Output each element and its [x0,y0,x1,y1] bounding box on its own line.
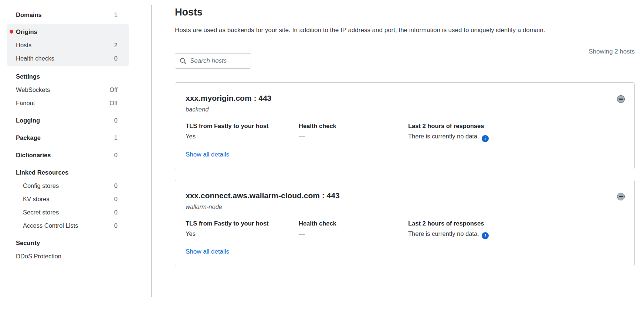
minus-icon [619,196,623,197]
sidebar-item-linked-resources[interactable]: Linked Resources [7,166,129,179]
page-description: Hosts are used as backends for your site… [175,25,562,35]
status-badge: Off [109,86,118,93]
host-card: xxx.myorigin.com : 443 backend TLS from … [175,82,635,169]
sidebar-item-hosts[interactable]: Hosts 2 [7,38,129,52]
sidebar-item-origins[interactable]: Origins [7,25,129,38]
host-title: xxx.connect.aws.wallarm-cloud.com : 443 [186,191,624,200]
count-badge: 1 [114,11,118,18]
count-badge: 1 [114,134,118,141]
main-content: Hosts Hosts are used as backends for you… [151,0,644,313]
toolbar: Showing 2 hosts [175,53,635,69]
host-subtitle: wallarm-node [186,203,624,210]
no-data-text: There is currently no data. [408,133,479,140]
count-badge: 0 [114,117,118,124]
health-check-column: Health check — [299,220,408,240]
host-title: xxx.myorigin.com : 443 [186,94,624,103]
sidebar-item-secret-stores[interactable]: Secret stores 0 [7,206,129,219]
tls-column: TLS from Fastly to your host Yes [186,220,299,240]
sidebar: Domains 1 Origins Hosts 2 Health checks … [0,0,151,263]
info-icon[interactable]: i [482,232,489,239]
health-check-column: Health check — [299,123,408,142]
responses-column: Last 2 hours of responses There is curre… [408,123,624,142]
collapse-card-button[interactable] [617,95,625,103]
count-badge: 2 [114,42,118,49]
collapse-card-button[interactable] [617,193,625,200]
info-icon[interactable]: i [482,135,489,142]
count-badge: 0 [114,196,118,203]
hosts-count-label: Showing 2 hosts [589,48,635,55]
sidebar-item-fanout[interactable]: Fanout Off [7,96,129,110]
search-box[interactable] [175,53,251,69]
sidebar-item-access-control-lists[interactable]: Access Control Lists 0 [7,219,129,232]
sidebar-item-domains[interactable]: Domains 1 [7,8,129,21]
sidebar-item-health-checks[interactable]: Health checks 0 [7,52,129,65]
count-badge: 0 [114,209,118,216]
count-badge: 0 [114,222,118,229]
minus-icon [619,99,623,100]
sidebar-item-logging[interactable]: Logging 0 [7,114,129,127]
sidebar-origins-active-group: Origins Hosts 2 Health checks 0 [7,24,129,66]
host-detail-columns: TLS from Fastly to your host Yes Health … [186,220,624,240]
count-badge: 0 [114,55,118,62]
sidebar-item-kv-stores[interactable]: KV stores 0 [7,192,129,206]
count-badge: 0 [114,152,118,159]
show-all-details-link[interactable]: Show all details [186,248,229,255]
origins-status-dot-icon [10,30,13,34]
responses-column: Last 2 hours of responses There is curre… [408,220,624,240]
count-badge: 0 [114,182,118,189]
no-data-text: There is currently no data. [408,230,479,237]
show-all-details-link[interactable]: Show all details [186,151,229,158]
sidebar-item-websockets[interactable]: WebSockets Off [7,83,129,96]
search-icon [180,58,187,65]
sidebar-item-config-stores[interactable]: Config stores 0 [7,179,129,192]
host-subtitle: backend [186,106,624,113]
sidebar-item-settings[interactable]: Settings [7,70,129,83]
host-detail-columns: TLS from Fastly to your host Yes Health … [186,123,624,142]
sidebar-item-ddos-protection[interactable]: DDoS Protection [7,250,129,263]
search-input[interactable] [190,57,246,65]
sidebar-item-dictionaries[interactable]: Dictionaries 0 [7,148,129,162]
host-card: xxx.connect.aws.wallarm-cloud.com : 443 … [175,180,635,266]
sidebar-item-security[interactable]: Security [7,236,129,250]
sidebar-item-package[interactable]: Package 1 [7,131,129,144]
page-title: Hosts [175,6,635,18]
tls-column: TLS from Fastly to your host Yes [186,123,299,142]
status-badge: Off [109,100,118,107]
